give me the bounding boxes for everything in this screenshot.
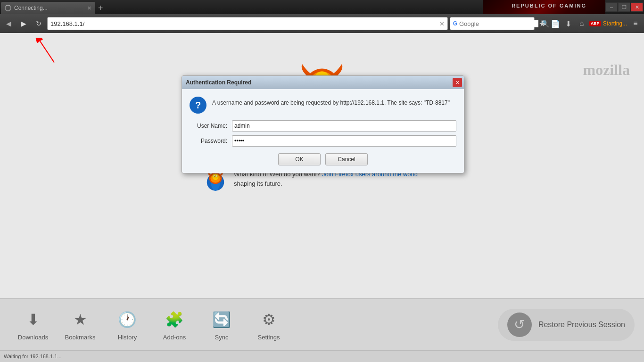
bookmarks-label: Bookmarks xyxy=(65,334,95,341)
reader-view-button[interactable]: 📄 xyxy=(550,18,561,29)
username-label: User Name: xyxy=(190,123,232,129)
auth-message-text: A username and password are being reques… xyxy=(212,97,450,107)
rog-area: REPUBLIC OF GAMING xyxy=(483,0,605,14)
adblock-plus-button[interactable]: ABP xyxy=(589,21,601,26)
username-field-row: User Name: xyxy=(190,120,456,132)
restore-session-icon: ↺ xyxy=(507,313,532,337)
addons-label: Add-ons xyxy=(163,334,186,341)
url-clear-button[interactable]: ✕ xyxy=(439,20,445,27)
auth-dialog-body: ? A username and password are being requ… xyxy=(182,89,464,173)
new-tab-button[interactable]: + xyxy=(95,2,106,14)
downloads-icon: ⬇ xyxy=(22,308,44,331)
addons-icon-group[interactable]: 🧩 Add-ons xyxy=(151,308,198,341)
history-icon-group[interactable]: 🕐 History xyxy=(104,308,151,341)
url-bar-container: ✕ xyxy=(47,17,448,30)
main-content: mozilla xyxy=(0,33,644,298)
bookmark-star-button[interactable]: ★ xyxy=(537,18,548,29)
bookmarks-icon-group[interactable]: ★ Bookmarks xyxy=(57,308,104,341)
window-controls: – ❐ ✕ xyxy=(605,2,644,12)
auth-dialog-title: Authentication Required xyxy=(186,79,251,86)
cancel-button[interactable]: Cancel xyxy=(325,153,368,165)
menu-button[interactable]: ≡ xyxy=(629,17,642,30)
history-icon: 🕐 xyxy=(116,308,139,331)
tab-area: Connecting... ✕ + xyxy=(0,0,483,14)
sync-icon-group[interactable]: 🔄 Sync xyxy=(198,308,245,341)
minimize-button[interactable]: – xyxy=(605,2,618,12)
tab-spinner xyxy=(5,5,11,11)
restore-button[interactable]: ❐ xyxy=(618,2,630,12)
tab-label: Connecting... xyxy=(14,5,48,11)
google-icon: G xyxy=(453,20,457,27)
back-button[interactable]: ◀ xyxy=(2,17,15,30)
sync-icon: 🔄 xyxy=(210,308,233,331)
password-label: Password: xyxy=(190,138,232,144)
settings-icon: ⚙ xyxy=(257,308,280,331)
auth-question-icon: ? xyxy=(190,97,206,114)
bookmarks-icon: ★ xyxy=(69,308,91,331)
history-label: History xyxy=(118,334,137,341)
close-button[interactable]: ✕ xyxy=(631,2,643,12)
url-input[interactable] xyxy=(50,20,438,27)
auth-dialog: Authentication Required ✕ ? A username a… xyxy=(182,75,464,173)
downloads-label: Downloads xyxy=(18,334,48,341)
download-button[interactable]: ⬇ xyxy=(563,18,574,29)
restore-session-button[interactable]: ↺ Restore Previous Session xyxy=(498,309,635,341)
ok-button[interactable]: OK xyxy=(278,153,321,165)
active-tab[interactable]: Connecting... ✕ xyxy=(1,2,95,14)
rog-text: REPUBLIC OF GAMING xyxy=(512,3,586,8)
status-bar: Waiting for 192.168.1.1... xyxy=(0,350,644,362)
password-field-row: Password: xyxy=(190,135,456,147)
starting-label[interactable]: Starting... xyxy=(603,20,627,27)
search-input[interactable] xyxy=(459,20,538,27)
forward-button[interactable]: ▶ xyxy=(17,17,30,30)
new-tab-bar: ⬇ Downloads ★ Bookmarks 🕐 History 🧩 Add-… xyxy=(0,298,644,350)
reload-button[interactable]: ↻ xyxy=(32,17,45,30)
settings-icon-group[interactable]: ⚙ Settings xyxy=(245,308,292,341)
status-text: Waiting for 192.168.1.1... xyxy=(4,354,62,359)
auth-message-area: ? A username and password are being requ… xyxy=(190,97,456,114)
password-input[interactable] xyxy=(232,135,456,147)
auth-dialog-close-button[interactable]: ✕ xyxy=(453,78,462,87)
sync-label: Sync xyxy=(215,334,229,341)
nav-bar: ◀ ▶ ↻ ✕ G 🔍 ★ 📄 ⬇ ⌂ ABP Starting... ≡ xyxy=(0,14,644,33)
username-input[interactable] xyxy=(232,120,456,132)
home-button[interactable]: ⌂ xyxy=(576,18,587,29)
auth-dialog-buttons: OK Cancel xyxy=(190,153,456,165)
settings-label: Settings xyxy=(258,334,280,341)
downloads-icon-group[interactable]: ⬇ Downloads xyxy=(9,308,57,341)
tab-close-button[interactable]: ✕ xyxy=(87,5,91,11)
restore-session-label: Restore Previous Session xyxy=(538,321,625,329)
search-container: G 🔍 xyxy=(450,17,535,30)
addons-icon: 🧩 xyxy=(163,308,186,331)
title-bar: Connecting... ✕ + REPUBLIC OF GAMING – ❐… xyxy=(0,0,644,14)
auth-dialog-overlay: Authentication Required ✕ ? A username a… xyxy=(0,33,644,298)
auth-dialog-titlebar: Authentication Required ✕ xyxy=(182,76,464,89)
